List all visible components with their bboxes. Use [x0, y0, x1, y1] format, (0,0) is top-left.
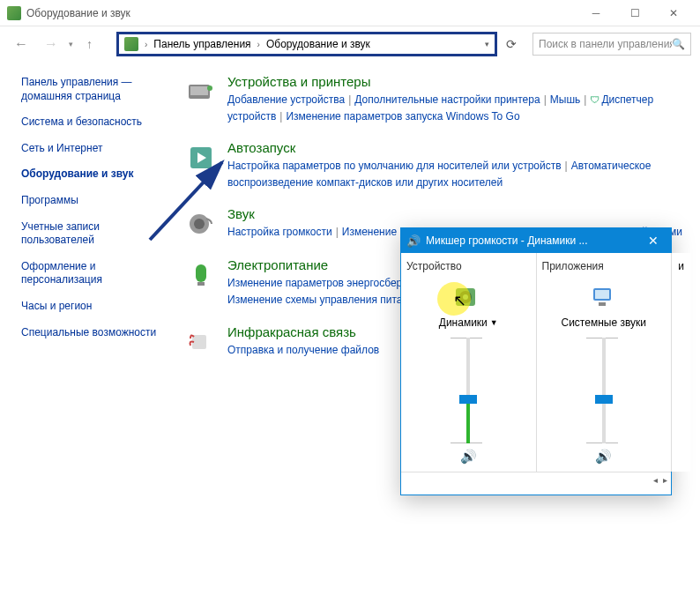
- sidebar-item[interactable]: Сеть и Интернет: [21, 142, 166, 156]
- category-icon: [183, 140, 219, 175]
- history-dropdown[interactable]: ▾: [69, 40, 81, 48]
- system-sounds-icon[interactable]: [586, 281, 622, 313]
- search-input[interactable]: Поиск в панели управления 🔍: [532, 33, 691, 56]
- device-mute-button[interactable]: 🔊: [460, 449, 477, 465]
- app-label: Системные звуки: [562, 316, 646, 329]
- mixer-apps-header: Приложения: [542, 260, 604, 272]
- svg-rect-1: [190, 86, 208, 95]
- mixer-scrollbar[interactable]: ◂▸: [401, 472, 671, 487]
- category-title[interactable]: Устройства и принтеры: [227, 74, 689, 89]
- sidebar-item[interactable]: Панель управления — домашняя страница: [21, 76, 166, 103]
- chevron-right-icon: ›: [257, 40, 260, 49]
- svg-point-2: [207, 86, 212, 91]
- chevron-right-icon: ›: [145, 40, 147, 49]
- sidebar-item[interactable]: Программы: [21, 194, 166, 208]
- address-dropdown-icon[interactable]: ▾: [485, 40, 489, 48]
- app-mute-button[interactable]: 🔊: [595, 449, 612, 465]
- mixer-device-header: Устройство: [406, 260, 462, 272]
- breadcrumb-2[interactable]: Оборудование и звук: [266, 38, 370, 50]
- search-icon: 🔍: [672, 38, 685, 50]
- category-link[interactable]: Дополнительные настройки принтера: [354, 93, 540, 106]
- category-icon: [183, 324, 219, 360]
- control-panel-icon: [124, 37, 138, 51]
- back-button[interactable]: ←: [9, 32, 34, 56]
- address-bar[interactable]: › Панель управления › Оборудование и зву…: [116, 32, 497, 56]
- shield-icon: 🛡: [590, 94, 599, 105]
- close-button[interactable]: ✕: [654, 0, 693, 26]
- category-icon: [183, 206, 219, 242]
- category-link[interactable]: Настройка параметров по умолчанию для но…: [227, 160, 562, 172]
- sidebar-item[interactable]: Система и безопасность: [21, 115, 166, 130]
- maximize-button[interactable]: ☐: [615, 0, 654, 26]
- category-link[interactable]: Изменение схемы управления питанием: [227, 294, 428, 306]
- category-icon: [183, 74, 219, 109]
- category-title[interactable]: Звук: [227, 206, 689, 221]
- refresh-button[interactable]: ⟳: [506, 37, 527, 51]
- window-title: Оборудование и звук: [26, 7, 577, 19]
- sidebar-item[interactable]: Часы и регион: [21, 300, 166, 314]
- app-icon: [7, 6, 21, 20]
- svg-point-13: [463, 294, 468, 300]
- svg-rect-9: [192, 335, 206, 349]
- sidebar-item[interactable]: Оборудование и звук: [21, 167, 166, 182]
- mixer-partial-column: и: [671, 253, 690, 472]
- svg-point-6: [194, 219, 205, 229]
- up-button[interactable]: ↑: [86, 37, 108, 51]
- minimize-button[interactable]: ─: [577, 0, 615, 26]
- device-volume-slider[interactable]: [459, 338, 477, 443]
- mixer-titlebar[interactable]: 🔊 Микшер громкости - Динамики ... ✕: [401, 228, 671, 253]
- sidebar-item[interactable]: Учетные записи пользователей: [21, 220, 166, 248]
- sidebar-item[interactable]: Специальные возможности: [21, 326, 166, 340]
- category-link[interactable]: Добавление устройства: [227, 93, 345, 106]
- mixer-title-text: Микшер громкости - Динамики ...: [426, 234, 641, 247]
- category-icon: [183, 257, 219, 293]
- svg-rect-7: [196, 264, 206, 282]
- category-link[interactable]: Отправка и получение файлов: [227, 344, 379, 356]
- category-title[interactable]: Автозапуск: [227, 140, 689, 155]
- search-placeholder: Поиск в панели управления: [539, 38, 672, 50]
- forward-button[interactable]: →: [39, 32, 63, 56]
- sidebar: Панель управления — домашняя страницаСис…: [0, 62, 176, 595]
- app-volume-slider[interactable]: [595, 338, 613, 443]
- device-speaker-icon[interactable]: [451, 281, 486, 313]
- category-link[interactable]: Мышь: [550, 93, 581, 106]
- speaker-icon: 🔊: [406, 234, 421, 248]
- category-link[interactable]: Изменение параметров запуска Windows To …: [286, 110, 519, 123]
- volume-mixer-window: 🔊 Микшер громкости - Динамики ... ✕ Устр…: [400, 227, 672, 495]
- svg-rect-15: [595, 290, 609, 299]
- svg-rect-16: [599, 302, 606, 306]
- breadcrumb-1[interactable]: Панель управления: [153, 38, 250, 50]
- chevron-down-icon: ▼: [490, 318, 498, 327]
- svg-rect-8: [197, 282, 205, 286]
- device-label[interactable]: Динамики▼: [439, 316, 498, 329]
- sidebar-item[interactable]: Оформление и персонализация: [21, 260, 166, 287]
- mixer-close-button[interactable]: ✕: [641, 234, 666, 248]
- category-link[interactable]: Настройка громкости: [227, 226, 332, 238]
